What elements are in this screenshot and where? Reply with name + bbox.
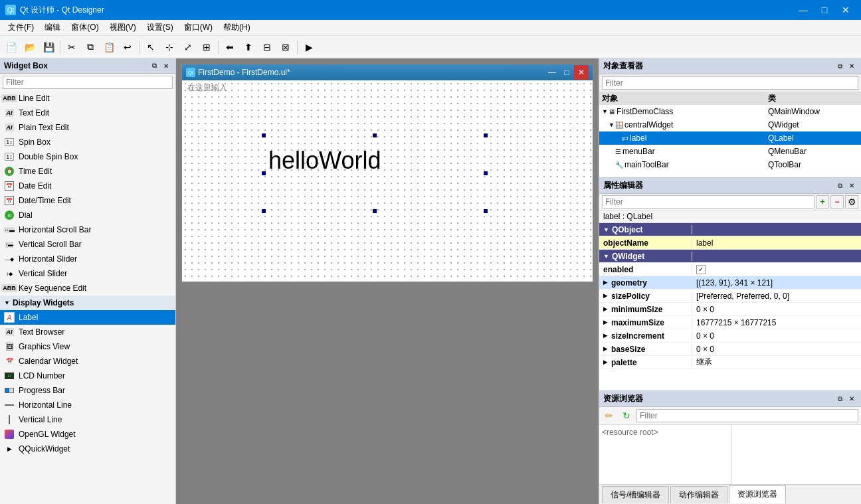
widget-item-text-edit[interactable]: AI Text Edit — [0, 106, 175, 120]
widget-item-graphics-view[interactable]: 🖼 Graphics View — [0, 339, 175, 354]
prop-row-geometry[interactable]: ▶ geometry [(123, 91), 341 × 121] — [599, 276, 861, 290]
prop-value[interactable]: label — [692, 238, 861, 248]
widget-box-filter[interactable] — [3, 76, 173, 89]
widget-item-datetime-edit[interactable]: 📅 Date/Time Edit — [0, 193, 175, 208]
handle-tr[interactable] — [484, 133, 488, 137]
pointer-button[interactable]: ↖ — [142, 39, 159, 56]
minimize-button[interactable]: — — [793, 0, 813, 20]
widget-item-hline[interactable]: Horizontal Line — [0, 398, 175, 412]
handle-tl[interactable] — [262, 133, 266, 137]
widget-item-time-edit[interactable]: ⏰ Time Edit — [0, 164, 175, 179]
prop-row-basesize[interactable]: ▶ baseSize 0 × 0 — [599, 343, 861, 356]
widget-item-plain-text-edit[interactable]: AI Plain Text Edit — [0, 120, 175, 135]
widget-item-vline[interactable]: Vertical Line — [0, 412, 175, 427]
hlayout-button[interactable]: ⬅ — [221, 39, 239, 56]
prop-value[interactable]: 0 × 0 — [692, 345, 861, 354]
break-layout-button[interactable]: ⊠ — [277, 39, 294, 56]
prop-value[interactable]: ✓ — [692, 265, 861, 274]
widget-box-float-btn[interactable]: ⧉ — [149, 60, 159, 71]
props-filter-input[interactable] — [602, 195, 814, 209]
widget-item-progress-bar[interactable]: Progress Bar — [0, 383, 175, 398]
prop-row-enabled[interactable]: enabled ✓ — [599, 263, 861, 276]
menu-file[interactable]: 文件(F) — [3, 21, 39, 35]
preview-button[interactable]: ▶ — [300, 39, 318, 56]
prop-row-objectname[interactable]: objectName label — [599, 236, 861, 250]
tree-row-label[interactable]: 🏷 label QLabel — [599, 131, 861, 145]
handle-br[interactable] — [484, 209, 488, 213]
widget-item-text-browser[interactable]: AI Text Browser — [0, 325, 175, 339]
props-settings-btn[interactable]: ⚙ — [845, 195, 858, 209]
prop-row-sizeincrement[interactable]: ▶ sizeIncrement 0 × 0 — [599, 329, 861, 343]
undo-button[interactable]: ↩ — [119, 39, 136, 56]
resource-close-btn[interactable]: ✕ — [846, 394, 857, 404]
new-button[interactable]: 📄 — [3, 39, 20, 56]
form-close-btn[interactable]: ✕ — [574, 65, 589, 80]
widget-item-calendar[interactable]: 📅 Calendar Widget — [0, 354, 175, 369]
obj-inspector-close-btn[interactable]: ✕ — [846, 61, 857, 72]
tree-row-menubar[interactable]: ☰ menuBar QMenuBar — [599, 145, 861, 158]
category-display-widgets[interactable]: ▼ Display Widgets — [0, 295, 175, 310]
obj-inspector-float-btn[interactable]: ⧉ — [834, 61, 845, 72]
menu-edit[interactable]: 编辑 — [39, 21, 66, 35]
widget-item-qquick[interactable]: ▶ QQuickWidget — [0, 442, 175, 456]
tree-row-firstdemoclass[interactable]: ▼ 🖥 FirstDemoClass QMainWindow — [599, 105, 861, 118]
form-canvas[interactable]: helloWorld — [182, 80, 593, 282]
handle-bl[interactable] — [262, 209, 266, 213]
widget-item-vscrollbar[interactable]: ↕▬ Vertical Scroll Bar — [0, 237, 175, 252]
prop-value[interactable]: 继承 — [692, 357, 861, 368]
props-close-btn[interactable]: ✕ — [846, 181, 857, 191]
enabled-checkbox[interactable]: ✓ — [696, 265, 706, 274]
handle-mr[interactable] — [484, 171, 488, 175]
props-float-btn[interactable]: ⧉ — [834, 181, 845, 191]
hello-world-label[interactable]: helloWorld — [268, 147, 381, 175]
pencil-icon[interactable]: ✏ — [602, 408, 617, 423]
prop-value[interactable]: [Preferred, Preferred, 0, 0] — [692, 292, 861, 301]
save-button[interactable]: 💾 — [40, 39, 57, 56]
obj-inspector-filter[interactable] — [602, 76, 858, 90]
menu-window[interactable]: 窗口(W) — [179, 21, 218, 35]
label-selection-area[interactable]: helloWorld — [262, 133, 488, 213]
menu-settings[interactable]: 设置(S) — [142, 21, 179, 35]
handle-bm[interactable] — [373, 209, 377, 213]
handle-tm[interactable] — [373, 133, 377, 137]
tree-row-maintoolbar[interactable]: 🔧 mainToolBar QToolBar — [599, 158, 861, 171]
prop-row-maxsize[interactable]: ▶ maximumSize 16777215 × 16777215 — [599, 316, 861, 329]
paste-button[interactable]: 📋 — [100, 39, 118, 56]
open-button[interactable]: 📂 — [21, 39, 39, 56]
resource-float-btn[interactable]: ⧉ — [834, 394, 845, 404]
form-placeholder-input[interactable] — [187, 83, 287, 92]
menu-view[interactable]: 视图(V) — [104, 21, 142, 35]
resize-button[interactable]: ⤢ — [179, 39, 197, 56]
prop-row-sizepolicy[interactable]: ▶ sizePolicy [Preferred, Preferred, 0, 0… — [599, 290, 861, 303]
maximize-button[interactable]: □ — [814, 0, 834, 20]
widget-item-double-spin-box[interactable]: 1↕ Double Spin Box — [0, 149, 175, 164]
widget-item-lcd-number[interactable]: 12 LCD Number — [0, 369, 175, 383]
widget-item-hscrollbar[interactable]: ↔▬ Horizontal Scroll Bar — [0, 222, 175, 237]
form-layout-button[interactable]: ⊞ — [198, 39, 215, 56]
props-add-btn[interactable]: + — [816, 195, 829, 209]
widget-box-close-btn[interactable]: ✕ — [161, 60, 171, 71]
prop-value[interactable]: [(123, 91), 341 × 121] — [692, 278, 861, 288]
cut-button[interactable]: ✂ — [63, 39, 80, 56]
prop-category-qwidget[interactable]: ▼ QWidget — [599, 250, 861, 263]
form-restore-btn[interactable]: □ — [559, 65, 574, 80]
refresh-icon[interactable]: ↻ — [619, 408, 634, 423]
resource-filter-input[interactable] — [636, 409, 858, 422]
tree-row-centralwidget[interactable]: ▼ 🪟 centralWidget QWidget — [599, 118, 861, 131]
tab-action-editor[interactable]: 动作编辑器 — [670, 486, 727, 503]
tab-signal-slot[interactable]: 信号/槽编辑器 — [602, 486, 669, 503]
props-remove-btn[interactable]: − — [830, 195, 844, 209]
widget-item-dial[interactable]: ⊙ Dial — [0, 208, 175, 222]
grid-layout-button[interactable]: ⊟ — [258, 39, 276, 56]
widget-item-date-edit[interactable]: 📅 Date Edit — [0, 179, 175, 193]
tab-resource-browser[interactable]: 资源浏览器 — [729, 485, 786, 503]
prop-row-palette[interactable]: ▶ palette 继承 — [599, 356, 861, 369]
prop-value[interactable]: 0 × 0 — [692, 331, 861, 341]
menu-form[interactable]: 窗体(O) — [66, 21, 104, 35]
prop-category-qobject[interactable]: ▼ QObject — [599, 223, 861, 236]
copy-button[interactable]: ⧉ — [82, 39, 99, 56]
widget-item-key-seq[interactable]: ABB Key Sequence Edit — [0, 281, 175, 295]
widget-item-line-edit[interactable]: ABB Line Edit — [0, 91, 175, 106]
menu-help[interactable]: 帮助(H) — [218, 21, 256, 35]
move-button[interactable]: ⊹ — [161, 39, 178, 56]
